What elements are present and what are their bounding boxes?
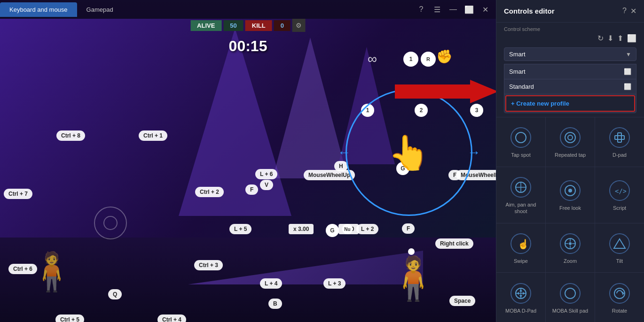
ctrl-moba-dpad[interactable]: MOBA D-Pad xyxy=(496,273,545,322)
scheme-copy-icon[interactable]: ⬜ xyxy=(627,34,636,43)
key-f2[interactable]: F xyxy=(402,223,415,234)
key-v[interactable]: V xyxy=(260,180,273,190)
ctrl-dpad[interactable]: D-pad xyxy=(595,117,644,167)
scheme-item-standard[interactable]: Standard ⬜ xyxy=(504,79,636,94)
key-ctrl2[interactable]: Ctrl + 2 xyxy=(195,187,224,197)
ctrl-moba-skill[interactable]: MOBA Skill pad xyxy=(546,273,595,322)
rotate-label: Rotate xyxy=(612,307,627,314)
menu-icon[interactable]: ☰ xyxy=(432,4,442,15)
joystick-inner xyxy=(103,216,118,230)
create-new-profile-button[interactable]: + Create new profile xyxy=(505,95,635,112)
key-xscale: x 3.00 xyxy=(289,224,314,234)
scheme-import-icon[interactable]: ⬇ xyxy=(607,34,613,43)
repeated-tap-icon xyxy=(560,127,581,148)
svg-marker-26 xyxy=(523,292,525,295)
circle-g[interactable]: G xyxy=(396,162,409,175)
tap-spot-icon xyxy=(510,127,531,148)
key-ctrl4[interactable]: Ctrl + 4 xyxy=(157,314,186,322)
key-ctrl8[interactable]: Ctrl + 8 xyxy=(56,130,85,141)
aim-pan-label: Aim, pan and shoot xyxy=(500,201,542,215)
key-space[interactable]: Space xyxy=(449,296,475,306)
key-l2[interactable]: L + 2 xyxy=(356,224,378,234)
timer: 00:15 xyxy=(229,38,267,55)
key-f1[interactable]: F xyxy=(245,184,258,195)
tilt-icon xyxy=(609,233,630,254)
panel-title: Controls editor xyxy=(504,7,555,15)
key-l5[interactable]: L + 5 xyxy=(229,224,251,234)
joystick[interactable] xyxy=(94,207,127,239)
hud-bar: ALIVE 50 KILL 0 ⚙ xyxy=(190,19,306,32)
key-l6[interactable]: L + 6 xyxy=(255,169,277,179)
tilt-label: Tilt xyxy=(616,258,623,264)
tab-keyboard-mouse[interactable]: Keyboard and mouse xyxy=(0,2,77,17)
svg-rect-4 xyxy=(618,133,621,142)
zoom-label: Zoom xyxy=(564,258,577,264)
key-ctrl1[interactable]: Ctrl + 1 xyxy=(139,130,167,141)
game-area: Keyboard and mouse Gamepad ? ☰ — ⬜ ✕ ALI… xyxy=(0,0,496,322)
key-ctrl5[interactable]: Ctrl + 5 xyxy=(55,314,84,322)
svg-marker-23 xyxy=(519,289,522,291)
ctrl-rotate[interactable]: Rotate xyxy=(595,273,644,322)
key-l3[interactable]: L + 3 xyxy=(323,278,346,289)
key-ctrl3[interactable]: Ctrl + 3 xyxy=(194,260,223,270)
infinity-symbol: ∞ xyxy=(368,52,377,67)
chevron-down-icon: ▼ xyxy=(626,51,631,58)
key-h[interactable]: H xyxy=(334,161,348,171)
svg-marker-25 xyxy=(517,292,519,295)
ctrl-zoom[interactable]: Zoom xyxy=(546,223,595,273)
panel-help-icon[interactable]: ? xyxy=(622,7,627,15)
svg-marker-19 xyxy=(614,239,625,248)
scheme-standard-label: Standard xyxy=(509,83,534,90)
create-new-label: + Create new profile xyxy=(511,100,569,107)
free-look-label: Free look xyxy=(559,205,581,211)
scheme-export-icon[interactable]: ⬆ xyxy=(617,34,623,43)
circle-nu[interactable]: Nu xyxy=(342,224,353,234)
circle-r[interactable]: R xyxy=(421,52,436,67)
ctrl-aim-pan[interactable]: Aim, pan and shoot xyxy=(496,167,545,223)
ctrl-tilt[interactable]: Tilt xyxy=(595,223,644,273)
circle-1[interactable]: 1 xyxy=(403,52,418,67)
script-label: Script xyxy=(613,205,626,211)
scheme-dropdown[interactable]: Smart ▼ xyxy=(504,47,636,61)
key-mousewheeldown[interactable]: MouseWheelDown xyxy=(456,170,496,180)
circle-1b[interactable]: 1 xyxy=(361,104,374,117)
dpad-icon xyxy=(609,127,630,148)
kill-label: KILL xyxy=(245,20,272,31)
panel-close-icon[interactable]: ✕ xyxy=(630,7,636,15)
circle-g2[interactable]: G xyxy=(326,224,339,237)
key-l4[interactable]: L + 4 xyxy=(260,278,282,289)
key-mousewheelup[interactable]: MouseWheelUp xyxy=(304,170,355,180)
red-arrow xyxy=(395,80,496,103)
rotate-icon xyxy=(609,283,630,304)
svg-marker-0 xyxy=(395,80,496,103)
key-ctrl7[interactable]: Ctrl + 7 xyxy=(4,189,32,199)
ctrl-free-look[interactable]: Free look xyxy=(546,167,595,223)
svg-point-27 xyxy=(565,288,575,299)
circle-3[interactable]: 3 xyxy=(470,104,483,117)
ctrl-script[interactable]: </> Script xyxy=(595,167,644,223)
maximize-icon[interactable]: ⬜ xyxy=(464,4,474,15)
ctrl-swipe[interactable]: ☝ Swipe xyxy=(496,223,545,273)
tab-gamepad[interactable]: Gamepad xyxy=(77,2,123,17)
scheme-selected: Smart xyxy=(509,51,526,58)
close-icon[interactable]: ✕ xyxy=(480,4,490,15)
minimize-icon[interactable]: — xyxy=(448,4,458,15)
svg-point-1 xyxy=(516,132,526,143)
scheme-refresh-icon[interactable]: ↻ xyxy=(597,34,604,43)
ctrl-tap-spot[interactable]: Tap spot xyxy=(496,117,545,167)
help-icon[interactable]: ? xyxy=(416,4,426,15)
key-b[interactable]: B xyxy=(268,299,282,309)
svg-point-10 xyxy=(568,189,572,192)
scheme-item-smart[interactable]: Smart ⬜ xyxy=(504,64,636,79)
script-icon: </> xyxy=(609,180,630,201)
tap-spot-label: Tap spot xyxy=(511,152,531,158)
ctrl-repeated-tap[interactable]: Repeated tap xyxy=(546,117,595,167)
key-rightclick[interactable]: Right click xyxy=(435,238,473,249)
swipe-icon: ☝ xyxy=(510,233,531,254)
repeated-tap-label: Repeated tap xyxy=(555,152,586,158)
settings-icon[interactable]: ⚙ xyxy=(292,19,306,32)
aim-pan-icon xyxy=(510,177,531,198)
circle-2[interactable]: 2 xyxy=(415,104,428,117)
scheme-standard-icon: ⬜ xyxy=(624,83,631,90)
key-q[interactable]: Q xyxy=(108,289,122,299)
